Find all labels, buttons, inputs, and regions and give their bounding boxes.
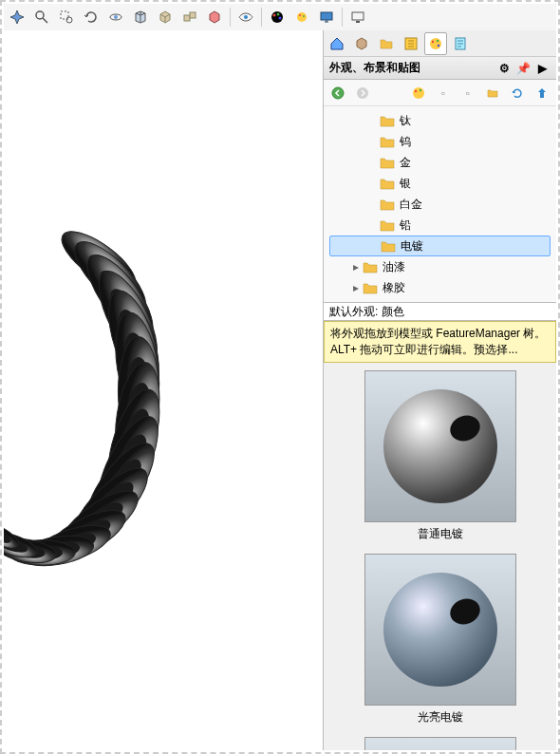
viewport-3d[interactable]: (function(){ var g=document.getElementBy…: [4, 30, 323, 750]
palette-icon[interactable]: [266, 6, 289, 28]
svg-point-88: [332, 87, 344, 99]
appearance-tree[interactable]: 钛钨金银白金铅电镀▸油漆▸橡胶: [324, 106, 556, 302]
folder-icon: [379, 198, 396, 211]
svg-point-13: [299, 14, 301, 16]
svg-point-92: [420, 88, 421, 90]
palette-nav-icon[interactable]: [408, 83, 429, 104]
section-icon[interactable]: [129, 6, 152, 28]
tree-label: 电镀: [401, 238, 423, 254]
tree-item-白金[interactable]: 白金: [329, 194, 551, 215]
svg-point-7: [244, 15, 248, 19]
nav-back-icon[interactable]: [327, 83, 348, 104]
task-pane-tabs: [324, 30, 556, 57]
monitor-icon[interactable]: [346, 6, 369, 28]
tree-label: 银: [400, 176, 411, 192]
tree-label: 铅: [400, 217, 411, 234]
tree-item-橡胶[interactable]: ▸橡胶: [329, 277, 551, 298]
tree-item-油漆[interactable]: ▸油漆: [329, 256, 551, 277]
panel-header: 外观、布景和贴图 ⚙ 📌 ▶: [324, 57, 556, 80]
tree-label: 金: [400, 155, 411, 171]
gear-icon[interactable]: ⚙: [495, 60, 513, 77]
tree-item-钨[interactable]: 钨: [329, 131, 551, 152]
tree-label: 橡胶: [383, 280, 405, 296]
svg-rect-17: [356, 21, 360, 23]
preview-thumb[interactable]: [364, 554, 516, 706]
folder-icon: [379, 218, 396, 232]
svg-rect-6: [190, 12, 196, 18]
svg-point-11: [279, 17, 282, 20]
svg-point-8: [271, 11, 283, 23]
pin-icon[interactable]: 📌: [514, 60, 532, 77]
svg-point-4: [114, 15, 118, 19]
svg-rect-15: [321, 12, 332, 20]
folder-tab-icon[interactable]: [375, 32, 398, 55]
orbit-icon[interactable]: [104, 6, 127, 28]
notes-tab-icon[interactable]: [449, 32, 472, 55]
preview-thumb[interactable]: [364, 737, 516, 750]
spring-model: (function(){ var g=document.getElementBy…: [4, 59, 308, 724]
zoom-icon[interactable]: [30, 6, 53, 28]
svg-point-9: [273, 14, 276, 17]
svg-point-0: [36, 11, 44, 19]
svg-point-14: [303, 15, 305, 17]
svg-point-90: [413, 87, 424, 99]
compass-icon[interactable]: [6, 6, 28, 28]
up-arrow-icon[interactable]: [532, 83, 552, 104]
refresh-icon[interactable]: [507, 83, 528, 104]
box1-icon[interactable]: ▫: [433, 83, 454, 104]
svg-point-89: [357, 87, 368, 99]
eye-icon[interactable]: [234, 6, 257, 28]
collapse-icon[interactable]: ▶: [533, 60, 551, 77]
panel-title: 外观、布景和贴图: [329, 60, 420, 76]
svg-point-86: [438, 44, 439, 46]
preview-普通电镀[interactable]: 普通电镀: [331, 370, 549, 542]
help-tooltip: 将外观拖放到模型或 FeatureManager 树。ALT+ 拖动可立即进行编…: [324, 321, 556, 363]
preview-label: 普通电镀: [331, 526, 549, 542]
nav-fwd-icon[interactable]: [352, 83, 373, 104]
color-cube-icon[interactable]: [203, 6, 226, 28]
svg-rect-5: [184, 15, 190, 21]
nav-row: ▫ ▫: [324, 80, 556, 106]
task-pane: 外观、布景和贴图 ⚙ 📌 ▶ ▫ ▫ 钛钨金银白金铅电镀▸油漆▸橡胶 默认外观:…: [323, 30, 556, 750]
svg-point-83: [430, 38, 441, 49]
tree-item-铅[interactable]: 铅: [329, 215, 551, 236]
home-tab-icon[interactable]: [326, 32, 348, 55]
svg-point-12: [297, 12, 307, 22]
preview-光亮电镀[interactable]: 光亮电镀: [331, 554, 549, 726]
svg-point-91: [415, 89, 417, 91]
box2-icon[interactable]: ▫: [457, 83, 478, 104]
svg-point-85: [437, 39, 439, 41]
zoom-area-icon[interactable]: [55, 6, 78, 28]
folder-nav-icon[interactable]: [482, 83, 503, 104]
preview-label: 光亮电镀: [331, 709, 549, 726]
folder-icon: [362, 260, 379, 273]
expand-icon[interactable]: ▸: [350, 281, 362, 294]
folder-icon: [379, 114, 396, 127]
tree-item-钛[interactable]: 钛: [329, 110, 551, 131]
expand-icon[interactable]: ▸: [350, 260, 362, 273]
svg-point-2: [66, 17, 72, 23]
folder-icon: [379, 135, 396, 148]
preview-item[interactable]: [331, 737, 549, 750]
folder-icon: [380, 239, 397, 253]
appearance-icon[interactable]: [290, 6, 313, 28]
tree-item-银[interactable]: 银: [329, 173, 551, 194]
svg-point-84: [432, 40, 434, 42]
preview-thumb[interactable]: [364, 370, 516, 522]
default-appearance-label: 默认外观: 颜色: [324, 302, 556, 321]
display-icon[interactable]: [315, 6, 338, 28]
folder-icon: [379, 156, 396, 169]
tree-label: 钛: [400, 113, 411, 129]
cube-icon[interactable]: [154, 6, 177, 28]
main-toolbar: [4, 4, 556, 30]
tree-label: 钨: [400, 134, 411, 150]
appearance-tab-icon[interactable]: [424, 32, 447, 55]
assembly-tab-icon[interactable]: [350, 32, 373, 55]
tree-item-金[interactable]: 金: [329, 152, 551, 173]
tree-item-电镀[interactable]: 电镀: [329, 236, 551, 256]
preview-area[interactable]: 普通电镀光亮电镀: [324, 363, 556, 750]
rotate-icon[interactable]: [80, 6, 103, 28]
multi-cube-icon[interactable]: [178, 6, 201, 28]
config-tab-icon[interactable]: [400, 32, 422, 55]
tree-label: 白金: [400, 197, 422, 213]
